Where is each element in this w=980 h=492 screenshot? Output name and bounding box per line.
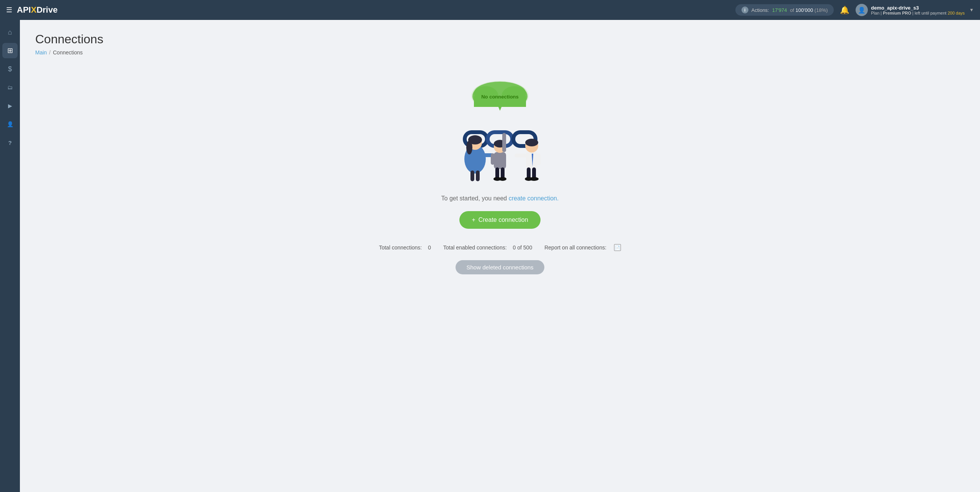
user-section[interactable]: 👤 demo_apix-drive_s3 Plan | Premium PRO … <box>856 4 974 16</box>
user-avatar: 👤 <box>856 4 868 16</box>
breadcrumb-separator: / <box>49 49 51 56</box>
user-name: demo_apix-drive_s3 <box>871 5 965 11</box>
bell-icon[interactable]: 🔔 <box>840 5 849 15</box>
svg-rect-33 <box>514 154 527 157</box>
total-enabled-label: Total enabled connections: <box>443 244 507 251</box>
create-btn-label: Create connection <box>479 216 528 223</box>
home-icon: ⌂ <box>8 28 12 36</box>
create-btn-plus-icon: + <box>472 216 475 223</box>
report-label: Report on all connections: <box>544 244 606 251</box>
breadcrumb: Main / Connections <box>35 49 965 56</box>
sidebar-item-home[interactable]: ⌂ <box>2 25 18 40</box>
intro-text: To get started, you need create connecti… <box>441 195 559 202</box>
svg-point-28 <box>499 177 506 181</box>
total-connections-value: 0 <box>428 244 431 251</box>
svg-rect-23 <box>502 133 506 152</box>
svg-point-32 <box>525 139 538 146</box>
report-icon[interactable]: 📄 <box>614 244 621 251</box>
svg-point-16 <box>466 141 472 154</box>
svg-rect-18 <box>476 171 480 181</box>
page-title: Connections <box>35 32 965 46</box>
profile-icon: 👤 <box>7 121 13 127</box>
sidebar: ⌂ ⊞ $ 🗂 ▶ 👤 ? <box>0 20 20 492</box>
help-icon: ? <box>8 139 11 146</box>
sidebar-item-help[interactable]: ? <box>2 135 18 150</box>
breadcrumb-current: Connections <box>53 49 83 56</box>
billing-icon: $ <box>8 65 12 73</box>
svg-rect-34 <box>537 154 541 165</box>
total-connections-label: Total connections: <box>379 244 422 251</box>
svg-marker-8 <box>498 106 502 111</box>
illustration: No connections <box>439 79 561 186</box>
layout: ⌂ ⊞ $ 🗂 ▶ 👤 ? Connections Main / Connect… <box>0 20 980 492</box>
info-icon: i <box>742 7 748 13</box>
templates-icon: 🗂 <box>7 84 13 90</box>
svg-point-38 <box>529 177 539 181</box>
svg-rect-17 <box>470 171 474 181</box>
svg-rect-29 <box>526 152 537 169</box>
topnav: ☰ APIXDrive i Actions: 17'974 of 100'000… <box>0 0 980 20</box>
center-content: No connections <box>35 71 965 282</box>
create-connection-button[interactable]: + Create connection <box>459 211 540 229</box>
logo-x: X <box>31 5 37 15</box>
hamburger-menu[interactable]: ☰ <box>6 6 12 14</box>
svg-rect-24 <box>491 153 495 165</box>
breadcrumb-main-link[interactable]: Main <box>35 49 47 56</box>
show-deleted-connections-button[interactable]: Show deleted connections <box>456 260 544 274</box>
logo: APIXDrive <box>17 5 57 15</box>
sidebar-item-video[interactable]: ▶ <box>2 98 18 113</box>
logo-drive: Drive <box>36 5 57 15</box>
sidebar-item-billing[interactable]: $ <box>2 61 18 77</box>
svg-rect-20 <box>494 152 506 169</box>
main-content: Connections Main / Connections <box>20 20 980 492</box>
svg-text:No connections: No connections <box>481 94 519 100</box>
actions-label: Actions: <box>751 7 769 13</box>
sidebar-item-templates[interactable]: 🗂 <box>2 80 18 95</box>
logo-api: API <box>17 5 31 15</box>
actions-badge: i Actions: 17'974 of 100'000 (18%) <box>735 4 834 16</box>
svg-rect-7 <box>474 100 526 107</box>
actions-of: of 100'000 (18%) <box>790 7 828 13</box>
create-connection-link[interactable]: create connection. <box>509 195 559 202</box>
sidebar-item-connections[interactable]: ⊞ <box>2 43 18 58</box>
video-icon: ▶ <box>8 103 12 109</box>
chevron-down-icon: ▼ <box>969 7 974 13</box>
user-plan: Plan | Premium PRO | left until payment … <box>871 11 965 15</box>
actions-used: 17'974 <box>772 7 787 13</box>
user-info: demo_apix-drive_s3 Plan | Premium PRO | … <box>871 5 965 15</box>
total-enabled-value: 0 of 500 <box>513 244 532 251</box>
sidebar-item-profile[interactable]: 👤 <box>2 116 18 132</box>
connections-icon: ⊞ <box>7 46 13 55</box>
stats-row: Total connections: 0 Total enabled conne… <box>379 244 621 251</box>
